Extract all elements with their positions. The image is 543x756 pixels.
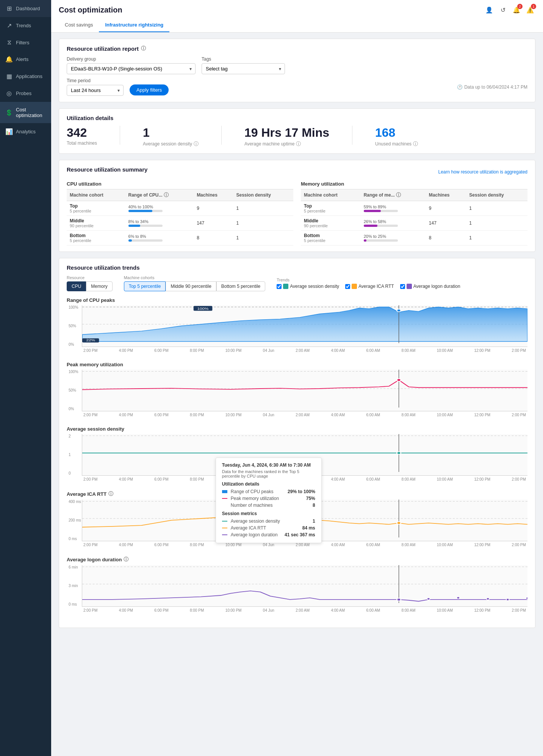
svg-text:22%: 22% (86, 339, 95, 342)
tooltip-row: Range of CPU peaks29% to 100% (222, 488, 315, 495)
svg-point-26 (487, 598, 490, 600)
logon-duration-chart: 6 min3 min0 ms (82, 565, 527, 607)
avg-logon-duration-check[interactable]: Average logon duration (400, 284, 460, 289)
notification2-badge: 1 (531, 4, 536, 9)
mem-col-machines: Machines (426, 189, 466, 201)
tags-select-wrapper[interactable]: Select tag (202, 63, 285, 74)
svg-text:100%: 100% (197, 307, 209, 311)
top5-toggle[interactable]: Top 5 percentile (124, 281, 166, 291)
range-cell: 8% to 34% (125, 216, 194, 231)
sidebar-item-cost-optimization[interactable]: 💲Cost optimization (0, 102, 51, 123)
svg-point-23 (397, 598, 401, 601)
svg-point-28 (526, 597, 527, 599)
time-period-select-wrapper[interactable]: Last 24 hours (67, 85, 124, 96)
gold-indicator (352, 284, 357, 289)
resource-control-group: Resource CPU Memory (67, 275, 113, 291)
bottom5-toggle[interactable]: Bottom 5 percentile (216, 281, 265, 291)
memory-util-y-labels: 100%50%0% (69, 370, 78, 411)
tooltip-desc: Data for the machines ranked in the Top … (222, 469, 315, 478)
avg-session-info-icon[interactable]: ⓘ (194, 141, 199, 147)
sidebar-item-analytics[interactable]: 📊Analytics (0, 123, 51, 140)
cohort-control-label: Machine cohorts (124, 275, 266, 280)
sidebar-item-dashboard[interactable]: ⊞Dashboard (0, 0, 51, 17)
sidebar-item-alerts[interactable]: 🔔Alerts (0, 51, 51, 68)
time-period-filter: Time period Last 24 hours (67, 78, 124, 96)
cpu-col-density: Session density (233, 189, 293, 201)
sidebar-item-applications[interactable]: ▦Applications (0, 68, 51, 85)
time-period-select[interactable]: Last 24 hours (67, 85, 124, 96)
alerts-icon: 🔔 (5, 56, 13, 63)
cost-optimization-icon: 💲 (5, 109, 13, 116)
tab-cost-savings[interactable]: Cost savings (59, 18, 99, 32)
main-content: Cost optimization 👤 ↺ 🔔2 ⚠️1 Cost saving… (51, 0, 543, 756)
unused-machines-info-icon[interactable]: ⓘ (413, 141, 418, 147)
avg-session-density-stat: 1 Average session density ⓘ (143, 126, 199, 147)
chart-tooltip: Tuesday, Jun 4, 2024, 6:30 AM to 7:30 AM… (216, 458, 322, 543)
sidebar-item-filters[interactable]: ⧖Filters (0, 34, 51, 51)
cpu-peaks-x-labels: 2:00 PM4:00 PM6:00 PM8:00 PM10:00 PM04 J… (82, 348, 527, 353)
total-machines-stat: 342 Total machines (67, 126, 97, 146)
avg-session-density-label: Average session density ⓘ (143, 141, 199, 147)
unused-machines-link[interactable]: 168 (375, 126, 418, 140)
table-row: Top5 percentile 59% to 89% 9 1 (301, 201, 527, 216)
avg-uptime-info-icon[interactable]: ⓘ (296, 141, 301, 147)
learn-link[interactable]: Learn how resource utilization is aggreg… (438, 169, 527, 175)
range-cell: 26% to 58% (361, 216, 426, 231)
resource-report-info-icon[interactable]: ⓘ (141, 45, 146, 52)
density-cell: 1 (233, 216, 293, 231)
range-cell: 20% to 25% (361, 231, 426, 245)
avg-ica-rtt-checkbox[interactable] (345, 284, 350, 289)
density-cell: 1 (466, 216, 527, 231)
density-cell: 1 (466, 231, 527, 245)
sidebar-item-trends[interactable]: ↗Trends (0, 17, 51, 34)
tooltip-session-label: Session metrics (222, 511, 315, 516)
logon-duration-info-icon[interactable]: ⓘ (124, 556, 128, 563)
sidebar: ⊞Dashboard↗Trends⧖Filters🔔Alerts▦Applica… (0, 0, 51, 756)
svg-point-27 (506, 598, 509, 600)
profile-button[interactable]: 👤 (484, 5, 494, 15)
svg-point-15 (397, 451, 401, 454)
avg-logon-duration-checkbox[interactable] (400, 284, 405, 289)
memory-toggle[interactable]: Memory (86, 281, 112, 291)
delivery-group-label: Delivery group (67, 56, 196, 62)
apply-filters-button[interactable]: Apply filters (130, 84, 169, 95)
machines-cell: 8 (194, 231, 233, 245)
avg-session-density-check[interactable]: Average session density (277, 284, 339, 289)
svg-point-11 (397, 379, 401, 381)
table-row: Bottom5 percentile 6% to 8% 8 1 (67, 231, 293, 245)
avg-machine-uptime-value: 19 Hrs 17 Mins (244, 126, 329, 140)
avg-logon-duration-check-label: Average logon duration (413, 284, 460, 289)
tags-filter: Tags Select tag (202, 56, 285, 74)
cohort-cell: Middle90 percentile (301, 216, 361, 231)
table-row: Bottom5 percentile 20% to 25% 8 1 (301, 231, 527, 245)
delivery-group-select-wrapper[interactable]: EDaaS-BLR3-W10-P (Single-session OS) (67, 63, 196, 74)
delivery-group-select[interactable]: EDaaS-BLR3-W10-P (Single-session OS) (67, 63, 196, 74)
notifications2-button[interactable]: ⚠️1 (525, 5, 535, 15)
cpu-utilization-table: Machine cohort Range of CPU... ⓘ Machine… (67, 189, 293, 245)
stat-divider-3 (352, 126, 352, 145)
stat-divider-1 (120, 126, 120, 145)
tab-infrastructure-rightsizing[interactable]: Infrastructure rightsizing (99, 18, 169, 32)
refresh-button[interactable]: ↺ (498, 5, 508, 15)
tags-select[interactable]: Select tag (202, 63, 285, 74)
cpu-utilization-title: CPU utilization (67, 181, 293, 187)
purple-indicator (407, 284, 412, 289)
probes-icon: ◎ (5, 90, 13, 97)
avg-session-density-check-label: Average session density (290, 284, 339, 289)
middle90-toggle[interactable]: Middle 90 percentile (166, 281, 216, 291)
resource-utilization-trends-card: Resource utilization trends Resource CPU… (59, 258, 535, 628)
notifications1-button[interactable]: 🔔2 (511, 5, 522, 15)
svg-point-19 (397, 522, 401, 524)
sidebar-item-probes[interactable]: ◎Probes (0, 85, 51, 102)
cpu-peaks-chart: 100%50%0% (82, 305, 527, 347)
cohort-cell: Bottom5 percentile (67, 231, 125, 245)
ica-rtt-info-icon[interactable]: ⓘ (108, 490, 113, 497)
time-period-label: Time period (67, 78, 124, 83)
mem-col-cohort: Machine cohort (301, 189, 361, 201)
memory-table-section: Memory utilization Machine cohort Range … (301, 181, 527, 245)
delivery-group-filter: Delivery group EDaaS-BLR3-W10-P (Single-… (67, 56, 196, 74)
avg-session-density-checkbox[interactable] (277, 284, 282, 289)
cpu-toggle[interactable]: CPU (67, 281, 86, 291)
avg-ica-rtt-check[interactable]: Average ICA RTT (345, 284, 394, 289)
top-bar-icons: 👤 ↺ 🔔2 ⚠️1 (484, 5, 535, 15)
